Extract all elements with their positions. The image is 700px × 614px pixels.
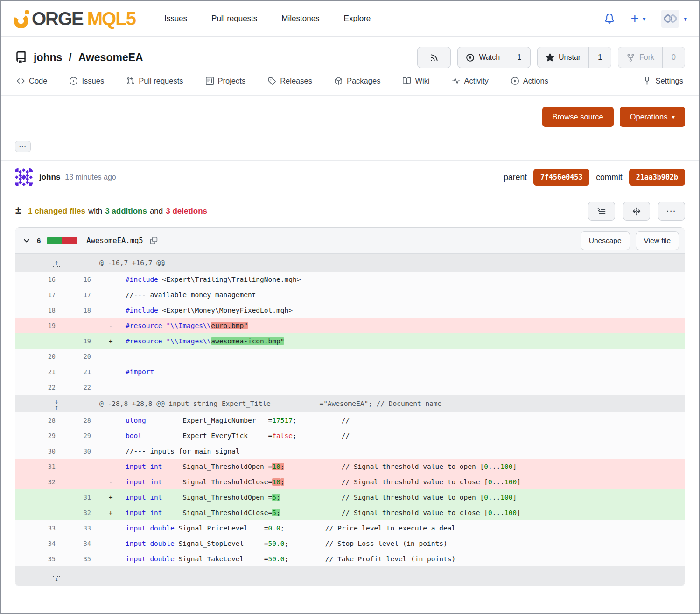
nav-link-issues[interactable]: Issues [164,14,187,23]
new-line-number[interactable]: 19 [62,333,98,349]
diff-line-row: 2222 [15,379,685,395]
new-line-number[interactable]: 28 [62,412,98,428]
nav-link-milestones[interactable]: Milestones [281,14,319,23]
new-line-number[interactable] [62,459,98,474]
forge-logo-gear-icon [13,8,31,29]
new-line-number[interactable]: 18 [62,302,98,318]
tab-packages[interactable]: Packages [335,77,380,85]
diffstat-additions-segment [47,237,62,244]
new-line-number[interactable]: 29 [62,428,98,443]
code-line [124,349,685,364]
new-line-number[interactable]: 33 [62,520,98,536]
fork-button[interactable]: Fork [618,47,662,68]
new-line-number[interactable]: 34 [62,536,98,551]
diff-marker [98,520,124,536]
old-line-number[interactable]: 18 [15,302,62,318]
code-line: input double Signal_PriceLevel =0.0; // … [124,520,685,536]
old-line-number[interactable] [15,505,62,520]
changed-files-count[interactable]: 1 changed files [28,207,85,216]
rss-button[interactable] [418,47,450,68]
unescape-button[interactable]: Unescape [581,231,630,250]
diff-options-ellipsis-button[interactable]: ··· [658,202,685,221]
nav-link-explore[interactable]: Explore [344,14,371,23]
author-name[interactable]: johns [39,173,60,182]
new-line-number[interactable]: 20 [62,349,98,364]
tab-pull-requests[interactable]: Pull requests [126,77,183,85]
old-line-number[interactable]: 16 [15,272,62,287]
copy-path-icon[interactable] [150,237,158,244]
new-line-number[interactable]: 31 [62,489,98,505]
old-line-number[interactable] [15,489,62,505]
diff-marker [98,443,124,459]
old-line-number[interactable]: 21 [15,364,62,379]
old-line-number[interactable]: 31 [15,459,62,474]
code-line: bool Expert_EveryTick =false; // [124,428,685,443]
new-line-number[interactable]: 21 [62,364,98,379]
diff-line-row: 3333input double Signal_PriceLevel =0.0;… [15,520,685,536]
nav-link-pull-requests[interactable]: Pull requests [211,14,257,23]
tab-settings[interactable]: Settings [643,77,683,85]
commit-hash-badge[interactable]: 21aa3b902b [629,169,685,186]
old-line-number[interactable]: 30 [15,443,62,459]
browse-source-button[interactable]: Browse source [542,107,614,127]
old-line-number[interactable]: 34 [15,536,62,551]
new-line-number[interactable] [62,474,98,489]
create-new-dropdown[interactable]: + ▾ [630,13,645,25]
old-line-number[interactable]: 20 [15,349,62,364]
tab-issues[interactable]: Issues [70,77,104,85]
expand-hunk-button[interactable]: ↑ [15,254,98,272]
new-line-number[interactable]: 16 [62,272,98,287]
repo-name[interactable]: AwesomeEA [78,51,143,64]
hunk-header-text: @ -28,8 +28,8 @@ input string Expert_Tit… [98,395,685,412]
split-view-button[interactable] [623,202,650,221]
old-line-number[interactable] [15,333,62,349]
watch-count[interactable]: 1 [508,47,530,68]
code-line [124,379,685,395]
user-menu-dropdown[interactable]: ▾ [661,10,687,28]
old-line-number[interactable]: 19 [15,318,62,333]
navbar-links: Issues Pull requests Milestones Explore [164,14,371,23]
fork-count[interactable]: 0 [662,47,685,68]
new-line-number[interactable]: 30 [62,443,98,459]
parent-hash-badge[interactable]: 7f456e0453 [533,169,589,186]
old-line-number[interactable]: 22 [15,379,62,395]
new-line-number[interactable]: 32 [62,505,98,520]
tab-wiki[interactable]: Wiki [403,77,429,85]
old-line-number[interactable]: 33 [15,520,62,536]
new-line-number[interactable]: 22 [62,379,98,395]
logo-text-mql5: MQL5 [87,8,135,29]
old-line-number[interactable]: 28 [15,412,62,428]
old-line-number[interactable]: 35 [15,551,62,566]
tab-projects[interactable]: Projects [206,77,246,85]
diff-marker [98,287,124,302]
view-file-button[interactable]: View file [636,231,679,250]
star-count[interactable]: 1 [588,47,611,68]
project-board-icon [206,77,214,85]
commit-message-expander-button[interactable]: ··· [15,141,31,152]
watch-button[interactable]: Watch [458,47,508,68]
tab-code[interactable]: Code [17,77,47,85]
forge-mql5-logo[interactable]: ORGE MQL5 [13,8,135,29]
file-tree-toggle-button[interactable] [588,202,615,221]
commit-head: Browse source Operations ▾ ··· [1,96,699,160]
diff-hunk-row: ↑@ -16,7 +16,7 @@ [15,254,685,272]
old-line-number[interactable]: 17 [15,287,62,302]
new-line-number[interactable]: 17 [62,287,98,302]
tab-activity[interactable]: Activity [452,77,489,85]
author-avatar-identicon[interactable] [15,168,33,186]
notifications-bell-icon[interactable] [604,14,615,24]
tab-actions[interactable]: Actions [511,77,548,85]
expand-hunk-button[interactable]: ↓↑ [15,395,98,412]
file-name[interactable]: AwesomeEA.mq5 [86,237,143,245]
old-line-number[interactable]: 32 [15,474,62,489]
tab-releases[interactable]: Releases [268,77,312,85]
unstar-button[interactable]: Unstar [538,47,588,68]
new-line-number[interactable] [62,318,98,333]
repo-owner[interactable]: johns [34,51,62,64]
old-line-number[interactable]: 29 [15,428,62,443]
operations-dropdown-button[interactable]: Operations ▾ [620,107,685,127]
expand-hunk-button[interactable]: ↓ [15,566,98,586]
collapse-file-chevron-icon[interactable] [23,237,30,244]
watch-button-group: Watch 1 [457,47,531,68]
new-line-number[interactable]: 35 [62,551,98,566]
